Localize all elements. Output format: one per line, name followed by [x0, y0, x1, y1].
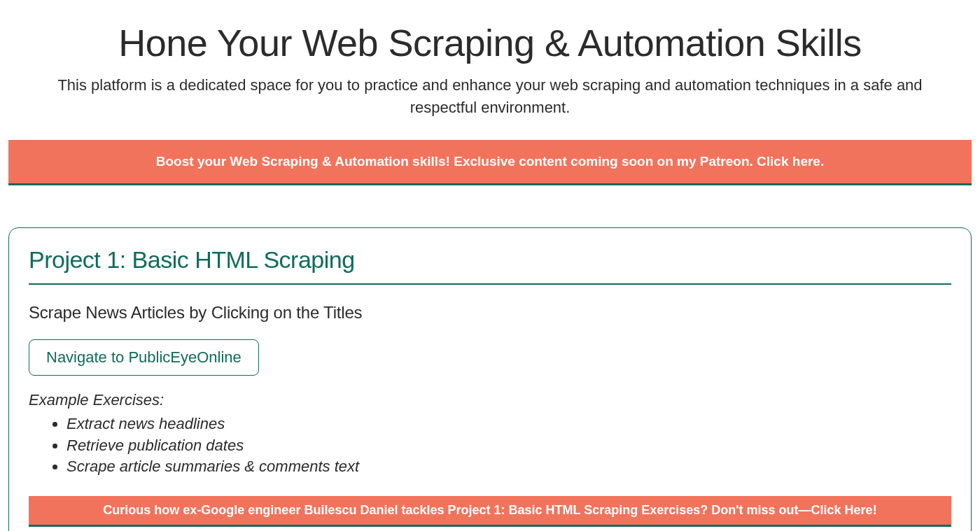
- project-card: Project 1: Basic HTML Scraping Scrape Ne…: [8, 227, 972, 531]
- list-item: Retrieve publication dates: [66, 435, 951, 457]
- title-divider: [29, 283, 951, 285]
- exercises-list: Extract news headlines Retrieve publicat…: [29, 413, 951, 478]
- list-item: Scrape article summaries & comments text: [66, 456, 951, 478]
- list-item: Extract news headlines: [66, 413, 951, 435]
- project-subtitle: Scrape News Articles by Clicking on the …: [29, 303, 951, 323]
- project-title: Project 1: Basic HTML Scraping: [29, 246, 951, 274]
- page-title: Hone Your Web Scraping & Automation Skil…: [8, 21, 972, 64]
- project-promo-banner[interactable]: Curious how ex-Google engineer Builescu …: [29, 496, 951, 527]
- patreon-promo-banner[interactable]: Boost your Web Scraping & Automation ski…: [8, 140, 972, 185]
- navigate-button[interactable]: Navigate to PublicEyeOnline: [29, 339, 259, 376]
- page-subtitle: This platform is a dedicated space for y…: [24, 74, 955, 119]
- exercises-label: Example Exercises:: [29, 391, 951, 409]
